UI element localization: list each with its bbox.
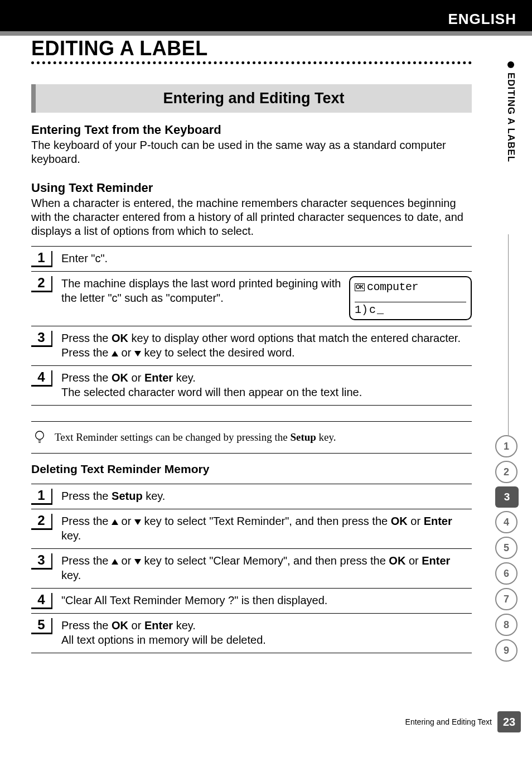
- step-b1: 1 Press the Setup key.: [31, 484, 472, 509]
- index-connector-line: [508, 234, 509, 435]
- lcd-preview: OK computer 1) c_: [349, 276, 472, 320]
- step-body: Enter "c".: [52, 251, 472, 266]
- side-tab-label: EDITING A LABEL: [505, 73, 516, 162]
- index-1[interactable]: 1: [495, 435, 518, 457]
- section-banner: Entering and Editing Text: [31, 84, 472, 113]
- footer-text: Entering and Editing Text: [405, 717, 492, 726]
- step-body: "Clear All Text Reminder Memory ?" is th…: [52, 593, 472, 607]
- step-number: 4: [31, 593, 52, 609]
- index-4[interactable]: 4: [495, 511, 518, 533]
- step-number: 3: [31, 331, 52, 347]
- index-8[interactable]: 8: [495, 614, 518, 636]
- lcd-char: c: [369, 303, 376, 317]
- heading-text-reminder: Using Text Reminder: [31, 181, 472, 195]
- side-tab: EDITING A LABEL: [505, 61, 516, 162]
- step-body: Press the or key to select "Clear Memory…: [52, 553, 472, 582]
- index-7[interactable]: 7: [495, 588, 518, 610]
- lightbulb-icon: [33, 430, 46, 445]
- dotted-rule: [31, 61, 472, 64]
- footer: Entering and Editing Text 23: [405, 711, 521, 732]
- step-body: The machine displays the last word print…: [52, 276, 472, 320]
- step-a2: 2 The machine displays the last word pri…: [31, 272, 472, 326]
- steps-a: 1 Enter "c". 2 The machine displays the …: [31, 246, 472, 406]
- lcd-word: computer: [367, 281, 418, 294]
- language-label: ENGLISH: [448, 11, 516, 28]
- index-9[interactable]: 9: [495, 639, 518, 662]
- svg-point-0: [36, 431, 44, 440]
- step-body: Press the OK or Enter key. All text opti…: [52, 618, 472, 647]
- index-5[interactable]: 5: [495, 537, 518, 559]
- up-arrow-icon: [112, 351, 118, 356]
- lcd-line-prefix: 1): [355, 303, 368, 317]
- step-number: 3: [31, 553, 52, 570]
- chapter-index: 1 2 3 4 5 6 7 8 9: [495, 435, 521, 665]
- step-number: 2: [31, 276, 52, 292]
- up-arrow-icon: [112, 519, 118, 525]
- step-number: 1: [31, 251, 52, 267]
- up-arrow-icon: [112, 559, 118, 565]
- step-number: 2: [31, 514, 52, 530]
- step-a1: 1 Enter "c".: [31, 246, 472, 272]
- para-entering-keyboard: The keyboard of your P-touch can be used…: [31, 138, 472, 166]
- index-6[interactable]: 6: [495, 562, 518, 585]
- heading-entering-keyboard: Entering Text from the Keyboard: [31, 123, 472, 137]
- down-arrow-icon: [134, 559, 141, 565]
- header-subbar: [0, 31, 532, 36]
- note-box: Text Reminder settings can be changed by…: [31, 421, 472, 454]
- step-number: 1: [31, 489, 52, 505]
- step-b3: 3 Press the or key to select "Clear Memo…: [31, 549, 472, 589]
- step-a4: 4 Press the OK or Enter key. The selecte…: [31, 366, 472, 406]
- step-a2-text: The machine displays the last word print…: [61, 276, 341, 305]
- para-text-reminder: When a character is entered, the machine…: [31, 196, 472, 238]
- step-number: 5: [31, 618, 52, 634]
- step-b4: 4 "Clear All Text Reminder Memory ?" is …: [31, 589, 472, 614]
- side-tab-dot-icon: [507, 61, 514, 68]
- cursor-icon: _: [377, 303, 384, 317]
- step-body: Press the or key to select "Text Reminde…: [52, 514, 472, 543]
- heading-delete-memory: Deleting Text Reminder Memory: [31, 462, 472, 476]
- step-number: 4: [31, 370, 52, 387]
- ok-icon: OK: [355, 283, 365, 291]
- chapter-title: EDITING A LABEL: [31, 37, 472, 60]
- index-3-active[interactable]: 3: [495, 486, 519, 508]
- header-bar: ENGLISH: [0, 0, 532, 31]
- step-body: Press the OK key to display other word o…: [52, 331, 472, 360]
- step-b2: 2 Press the or key to select "Text Remin…: [31, 509, 472, 549]
- step-a3: 3 Press the OK key to display other word…: [31, 326, 472, 366]
- step-body: Press the Setup key.: [52, 489, 472, 503]
- page: ENGLISH EDITING A LABEL 1 2 3 4 5 6 7 8 …: [0, 0, 532, 757]
- steps-b: 1 Press the Setup key. 2 Press the or ke…: [31, 484, 472, 653]
- page-number: 23: [497, 711, 521, 732]
- down-arrow-icon: [134, 351, 141, 356]
- step-b5: 5 Press the OK or Enter key. All text op…: [31, 614, 472, 653]
- down-arrow-icon: [134, 519, 141, 525]
- index-2[interactable]: 2: [495, 461, 518, 483]
- main-content: EDITING A LABEL Entering and Editing Tex…: [31, 37, 472, 653]
- step-body: Press the OK or Enter key. The selected …: [52, 370, 472, 399]
